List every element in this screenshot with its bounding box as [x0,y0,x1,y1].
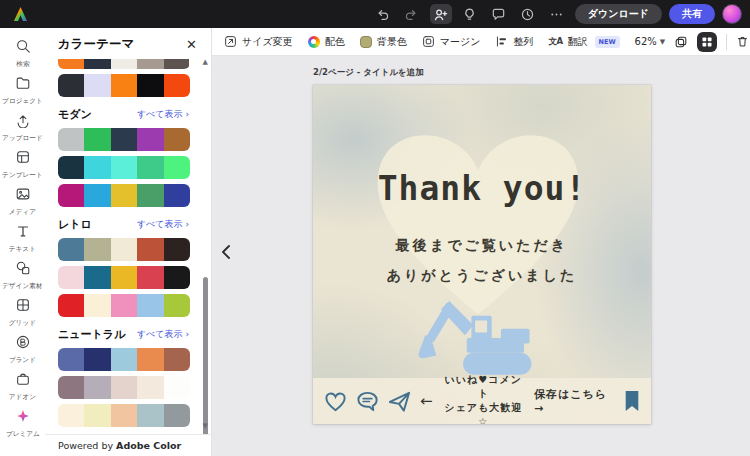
scroll-up-icon[interactable]: ▲ [203,59,208,66]
design-page[interactable]: Thank you! 最後までご覧いただき ありがとうございました [313,85,651,424]
collapse-panel-button[interactable] [220,244,232,264]
redo-icon[interactable] [401,4,423,24]
undo-icon[interactable] [372,4,394,24]
color-theme-panel: カラーテーマ ✕ モダンすべて表示 ›レトロすべて表示 ›ニュートラルすべて表示… [45,28,212,456]
comment-icon[interactable] [488,4,510,24]
align-icon [495,35,508,48]
grid-icon [15,297,31,317]
color-swatch [164,348,190,371]
like-heart-icon [323,389,348,414]
color-swatch [58,376,84,399]
page-label[interactable]: 2/2ページ - タイトルを追加 [313,67,424,79]
close-icon[interactable]: ✕ [186,38,197,51]
color-swatch [84,59,110,69]
resize-button[interactable]: サイズ変更 [224,35,293,49]
color-theme-row[interactable] [58,238,190,261]
color-theme-row[interactable] [58,348,190,371]
delete-page-button[interactable] [736,35,749,48]
color-swatch [111,294,137,317]
color-swatch [111,404,137,427]
sidebar-item-design-assets[interactable]: デザイン素材 [1,257,45,294]
top-app-bar: ダウンロード 共有 [0,0,750,28]
design-title: Thank you! [313,169,651,208]
sidebar-item-media[interactable]: メディア [1,183,45,220]
scroll-down-icon[interactable]: ▼ [203,423,208,430]
color-swatch [84,348,110,371]
adobe-express-logo-icon[interactable] [12,5,30,23]
add-person-icon[interactable] [430,4,452,24]
color-swatch [164,156,190,179]
show-all-link[interactable]: すべて表示 › [137,218,189,231]
trash-icon [736,35,749,48]
grid-view-button[interactable] [697,32,717,52]
section-title: ニュートラル [58,327,125,342]
sidebar-item-grid[interactable]: グリッド [1,294,45,331]
color-swatch [58,128,84,151]
color-theme-row[interactable] [58,376,190,399]
color-swatch [84,404,110,427]
color-theme-row[interactable] [58,184,190,207]
color-swatch [137,74,163,97]
sidebar-item-addons[interactable]: アドオン [1,368,45,405]
color-theme-row[interactable] [58,74,190,97]
panel-scrollbar[interactable] [203,277,208,443]
duplicate-page-button[interactable] [674,35,688,49]
color-swatch [137,184,163,207]
color-theme-sections: モダンすべて表示 ›レトロすべて表示 ›ニュートラルすべて表示 › [58,107,189,427]
color-swatch [84,238,110,261]
margin-icon [422,35,435,48]
sidebar-item-templates[interactable]: テンプレート [1,146,45,183]
background-color-button[interactable]: 背景色 [360,35,407,49]
partial-color-row-clip [58,59,189,69]
share-button[interactable]: 共有 [669,4,715,24]
sidebar-item-premium[interactable]: プレミアム [1,405,45,442]
color-swatch [111,128,137,151]
addons-icon [15,371,31,391]
color-theme-row[interactable] [58,294,190,317]
color-swatch [84,294,110,317]
color-theme-row[interactable] [58,59,189,69]
projects-icon [15,75,31,95]
color-theme-row[interactable] [58,266,190,289]
color-swatch [164,376,190,399]
sidebar-item-projects[interactable]: プロジェクト [1,72,45,109]
save-label: 保存はこちら→ [534,387,616,415]
margin-button[interactable]: マージン [422,35,481,49]
grid-view-icon [701,36,713,48]
more-options-icon[interactable] [546,4,568,24]
design-assets-icon [15,260,31,280]
panel-footer: Powered by Adobe Color [45,434,211,456]
cta-text: いいね♥コメント シェアも大歓迎☆ [440,373,527,424]
align-button[interactable]: 整列 [495,35,533,49]
color-swatch [58,266,84,289]
color-scheme-button[interactable]: 配色 [308,35,345,49]
sidebar-item-brand[interactable]: ブランド [1,331,45,368]
bookmark-icon [623,389,641,413]
color-swatch [84,266,110,289]
download-button[interactable]: ダウンロード [575,4,662,24]
color-swatch [164,266,190,289]
color-swatch [111,156,137,179]
show-all-link[interactable]: すべて表示 › [137,328,189,341]
color-theme-row[interactable] [58,156,190,179]
background-color-swatch [360,36,372,48]
sidebar-item-uploads[interactable]: アップロード [1,109,45,146]
color-swatch [58,59,84,69]
history-icon[interactable] [517,4,539,24]
panel-title: カラーテーマ [58,36,134,53]
color-swatch [84,128,110,151]
sidebar-item-text[interactable]: テキスト [1,220,45,257]
templates-icon [15,149,31,169]
sidebar-item-search[interactable]: 検索 [1,35,45,72]
color-theme-row[interactable] [58,404,190,427]
resize-icon [224,35,237,48]
zoom-level-dropdown[interactable]: 62% ▼ [635,36,666,47]
color-swatch [58,156,84,179]
color-theme-row[interactable] [58,128,190,151]
translate-button[interactable]: 文A 翻訳 NEW [548,35,619,49]
lightbulb-icon[interactable] [459,4,481,24]
show-all-link[interactable]: すべて表示 › [137,108,189,121]
section-title: レトロ [58,217,92,232]
toolbar-divider [726,34,727,50]
avatar[interactable] [722,4,742,24]
